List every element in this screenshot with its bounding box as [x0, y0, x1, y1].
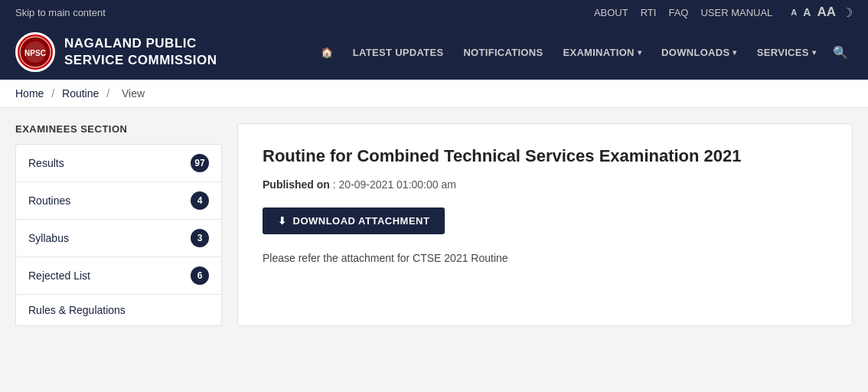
main-content: EXAMINEES SECTION Results 97 Routines 4 … [0, 108, 868, 341]
org-logo: NPSC [15, 32, 55, 72]
rti-link[interactable]: RTI [641, 7, 657, 18]
font-controls: A A AA ☽ [791, 5, 853, 20]
published-label: Published on [263, 178, 330, 191]
sidebar-badge-routines: 4 [191, 191, 209, 210]
sidebar-badge-syllabus: 3 [191, 229, 209, 247]
font-small-button[interactable]: A [791, 8, 797, 17]
faq-link[interactable]: FAQ [668, 7, 688, 18]
download-attachment-button[interactable]: ⬇ DOWNLOAD ATTACHMENT [263, 207, 445, 234]
sidebar-item-rules[interactable]: Rules & Regulations [16, 295, 221, 325]
nav-examination[interactable]: EXAMINATION▾ [555, 42, 649, 63]
sidebar-badge-rejected-list: 6 [191, 266, 209, 285]
sidebar-item-routines[interactable]: Routines 4 [16, 182, 221, 220]
download-icon: ⬇ [278, 215, 287, 227]
published-colon: : [333, 178, 339, 191]
content-title: Routine for Combined Technical Services … [263, 145, 827, 168]
font-large-button[interactable]: AA [817, 5, 836, 20]
published-line: Published on : 20-09-2021 01:00:00 am [263, 178, 827, 191]
sidebar-label-routines: Routines [28, 194, 70, 207]
org-name: NAGALAND PUBLIC SERVICE COMMISSION [64, 35, 217, 69]
sidebar-label-rules: Rules & Regulations [28, 304, 126, 316]
header: NPSC NAGALAND PUBLIC SERVICE COMMISSION … [0, 24, 868, 80]
breadcrumb-routine[interactable]: Routine [62, 87, 99, 100]
sidebar-item-results[interactable]: Results 97 [16, 145, 221, 182]
sidebar-badge-results: 97 [191, 154, 209, 172]
breadcrumb-home[interactable]: Home [15, 87, 44, 100]
nav-latest-updates[interactable]: LATEST UPDATES [345, 42, 452, 63]
nav-home[interactable]: 🏠 [313, 42, 341, 63]
content-area: Routine for Combined Technical Services … [237, 123, 853, 326]
breadcrumb: Home / Routine / View [0, 80, 868, 108]
sidebar: EXAMINEES SECTION Results 97 Routines 4 … [15, 123, 222, 326]
sidebar-label-syllabus: Syllabus [28, 232, 69, 244]
about-link[interactable]: ABOUT [594, 7, 628, 18]
skip-link[interactable]: Skip to main content [15, 7, 106, 18]
sidebar-menu: Results 97 Routines 4 Syllabus 3 Rejecte… [15, 144, 222, 326]
logo-area: NPSC NAGALAND PUBLIC SERVICE COMMISSION [15, 32, 217, 72]
svg-text:NPSC: NPSC [24, 49, 46, 57]
breadcrumb-sep-2: / [106, 87, 109, 100]
nav-downloads[interactable]: DOWNLOADS▾ [654, 42, 745, 63]
top-bar: Skip to main content ABOUT RTI FAQ USER … [0, 0, 868, 24]
search-icon[interactable]: 🔍 [828, 41, 853, 64]
nav-services[interactable]: SERVICES▾ [749, 42, 824, 63]
main-nav: 🏠 LATEST UPDATES NOTIFICATIONS EXAMINATI… [313, 41, 853, 64]
breadcrumb-current: View [122, 87, 145, 100]
sidebar-section-title: EXAMINEES SECTION [15, 123, 222, 135]
user-manual-link[interactable]: USER MANUAL [700, 7, 772, 18]
dark-mode-icon[interactable]: ☽ [842, 5, 853, 20]
content-description: Please refer the attachment for CTSE 202… [263, 250, 827, 266]
sidebar-label-rejected-list: Rejected List [28, 270, 90, 282]
breadcrumb-sep-1: / [51, 87, 54, 100]
sidebar-item-rejected-list[interactable]: Rejected List 6 [16, 257, 221, 295]
sidebar-item-syllabus[interactable]: Syllabus 3 [16, 220, 221, 257]
sidebar-label-results: Results [28, 157, 64, 169]
nav-notifications[interactable]: NOTIFICATIONS [455, 42, 550, 63]
top-bar-right: ABOUT RTI FAQ USER MANUAL A A AA ☽ [594, 5, 853, 20]
published-date: 20-09-2021 01:00:00 am [339, 178, 456, 191]
font-medium-button[interactable]: A [803, 6, 811, 18]
download-btn-label: DOWNLOAD ATTACHMENT [293, 215, 430, 227]
